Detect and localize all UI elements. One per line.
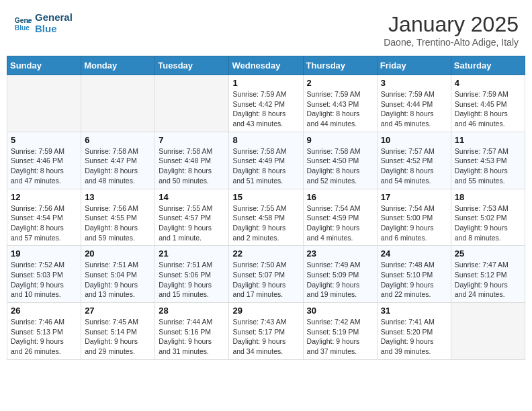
- week-row-5: 26Sunrise: 7:46 AM Sunset: 5:13 PM Dayli…: [7, 303, 525, 360]
- calendar-cell: 10Sunrise: 7:57 AM Sunset: 4:52 PM Dayli…: [377, 132, 451, 189]
- day-info: Sunrise: 7:45 AM Sunset: 5:14 PM Dayligh…: [85, 317, 151, 357]
- calendar-cell: [7, 75, 81, 132]
- day-info: Sunrise: 7:49 AM Sunset: 5:09 PM Dayligh…: [307, 260, 373, 300]
- day-number: 2: [307, 78, 373, 88]
- day-info: Sunrise: 7:57 AM Sunset: 4:52 PM Dayligh…: [381, 146, 447, 186]
- day-info: Sunrise: 7:59 AM Sunset: 4:43 PM Dayligh…: [307, 89, 373, 129]
- calendar-cell: 23Sunrise: 7:49 AM Sunset: 5:09 PM Dayli…: [303, 246, 377, 303]
- calendar-cell: 26Sunrise: 7:46 AM Sunset: 5:13 PM Dayli…: [7, 303, 81, 360]
- calendar-cell: 9Sunrise: 7:58 AM Sunset: 4:50 PM Daylig…: [303, 132, 377, 189]
- week-row-2: 5Sunrise: 7:59 AM Sunset: 4:46 PM Daylig…: [7, 132, 525, 189]
- calendar-cell: 3Sunrise: 7:59 AM Sunset: 4:44 PM Daylig…: [377, 75, 451, 132]
- calendar-cell: 11Sunrise: 7:57 AM Sunset: 4:53 PM Dayli…: [451, 132, 525, 189]
- day-number: 11: [455, 135, 521, 145]
- calendar-cell: 31Sunrise: 7:41 AM Sunset: 5:20 PM Dayli…: [377, 303, 451, 360]
- calendar-cell: 6Sunrise: 7:58 AM Sunset: 4:47 PM Daylig…: [81, 132, 155, 189]
- day-info: Sunrise: 7:42 AM Sunset: 5:19 PM Dayligh…: [307, 317, 373, 357]
- day-info: Sunrise: 7:52 AM Sunset: 5:03 PM Dayligh…: [11, 260, 77, 300]
- day-number: 13: [85, 192, 151, 202]
- day-number: 1: [232, 78, 299, 88]
- day-info: Sunrise: 7:54 AM Sunset: 4:59 PM Dayligh…: [307, 203, 373, 243]
- day-number: 16: [307, 192, 373, 202]
- calendar-cell: 20Sunrise: 7:51 AM Sunset: 5:04 PM Dayli…: [81, 246, 155, 303]
- day-number: 10: [381, 135, 447, 145]
- day-number: 12: [11, 192, 77, 202]
- day-number: 28: [159, 306, 225, 316]
- calendar-cell: 24Sunrise: 7:48 AM Sunset: 5:10 PM Dayli…: [377, 246, 451, 303]
- calendar-cell: 17Sunrise: 7:54 AM Sunset: 5:00 PM Dayli…: [377, 189, 451, 246]
- weekday-header-wednesday: Wednesday: [229, 56, 303, 75]
- weekday-header-sunday: Sunday: [7, 56, 81, 75]
- day-number: 4: [455, 78, 521, 88]
- calendar-cell: 8Sunrise: 7:58 AM Sunset: 4:49 PM Daylig…: [229, 132, 303, 189]
- logo-text: GeneralBlue: [35, 12, 73, 34]
- logo-icon: General Blue: [13, 14, 32, 33]
- day-number: 26: [11, 306, 77, 316]
- day-number: 14: [159, 192, 225, 202]
- day-info: Sunrise: 7:43 AM Sunset: 5:17 PM Dayligh…: [232, 317, 299, 357]
- day-info: Sunrise: 7:48 AM Sunset: 5:10 PM Dayligh…: [381, 260, 447, 300]
- location-subtitle: Daone, Trentino-Alto Adige, Italy: [384, 37, 519, 48]
- weekday-header-tuesday: Tuesday: [155, 56, 229, 75]
- day-info: Sunrise: 7:53 AM Sunset: 5:02 PM Dayligh…: [455, 203, 521, 243]
- calendar-cell: [451, 303, 525, 360]
- day-info: Sunrise: 7:56 AM Sunset: 4:54 PM Dayligh…: [11, 203, 77, 243]
- day-number: 6: [85, 135, 151, 145]
- week-row-3: 12Sunrise: 7:56 AM Sunset: 4:54 PM Dayli…: [7, 189, 525, 246]
- week-row-4: 19Sunrise: 7:52 AM Sunset: 5:03 PM Dayli…: [7, 246, 525, 303]
- calendar-cell: 5Sunrise: 7:59 AM Sunset: 4:46 PM Daylig…: [7, 132, 81, 189]
- calendar-cell: 18Sunrise: 7:53 AM Sunset: 5:02 PM Dayli…: [451, 189, 525, 246]
- day-info: Sunrise: 7:59 AM Sunset: 4:44 PM Dayligh…: [381, 89, 447, 129]
- day-number: 22: [232, 248, 299, 259]
- day-number: 18: [455, 192, 521, 202]
- day-number: 20: [85, 248, 151, 259]
- day-info: Sunrise: 7:51 AM Sunset: 5:04 PM Dayligh…: [85, 260, 151, 300]
- calendar-cell: 16Sunrise: 7:54 AM Sunset: 4:59 PM Dayli…: [303, 189, 377, 246]
- calendar-cell: 30Sunrise: 7:42 AM Sunset: 5:19 PM Dayli…: [303, 303, 377, 360]
- logo: General Blue GeneralBlue: [13, 12, 73, 34]
- day-number: 5: [11, 135, 77, 145]
- day-info: Sunrise: 7:55 AM Sunset: 4:57 PM Dayligh…: [159, 203, 225, 243]
- day-number: 23: [307, 248, 373, 259]
- page-header: General Blue GeneralBlue January 2025 Da…: [7, 7, 525, 56]
- month-title: January 2025: [384, 12, 519, 37]
- day-number: 21: [159, 248, 225, 259]
- svg-text:Blue: Blue: [15, 24, 30, 32]
- day-number: 31: [381, 306, 447, 316]
- day-info: Sunrise: 7:58 AM Sunset: 4:48 PM Dayligh…: [159, 146, 225, 186]
- day-info: Sunrise: 7:59 AM Sunset: 4:45 PM Dayligh…: [455, 89, 521, 129]
- calendar-cell: 14Sunrise: 7:55 AM Sunset: 4:57 PM Dayli…: [155, 189, 229, 246]
- day-number: 27: [85, 306, 151, 316]
- weekday-header-saturday: Saturday: [451, 56, 525, 75]
- weekday-header-row: SundayMondayTuesdayWednesdayThursdayFrid…: [7, 56, 525, 75]
- day-number: 8: [232, 135, 299, 145]
- day-info: Sunrise: 7:44 AM Sunset: 5:16 PM Dayligh…: [159, 317, 225, 357]
- calendar-cell: 25Sunrise: 7:47 AM Sunset: 5:12 PM Dayli…: [451, 246, 525, 303]
- day-number: 7: [159, 135, 225, 145]
- day-number: 25: [455, 248, 521, 259]
- day-info: Sunrise: 7:51 AM Sunset: 5:06 PM Dayligh…: [159, 260, 225, 300]
- calendar-cell: 22Sunrise: 7:50 AM Sunset: 5:07 PM Dayli…: [229, 246, 303, 303]
- weekday-header-monday: Monday: [81, 56, 155, 75]
- day-info: Sunrise: 7:56 AM Sunset: 4:55 PM Dayligh…: [85, 203, 151, 243]
- calendar-cell: 12Sunrise: 7:56 AM Sunset: 4:54 PM Dayli…: [7, 189, 81, 246]
- day-info: Sunrise: 7:46 AM Sunset: 5:13 PM Dayligh…: [11, 317, 77, 357]
- weekday-header-thursday: Thursday: [303, 56, 377, 75]
- day-info: Sunrise: 7:41 AM Sunset: 5:20 PM Dayligh…: [381, 317, 447, 357]
- day-info: Sunrise: 7:47 AM Sunset: 5:12 PM Dayligh…: [455, 260, 521, 300]
- day-number: 3: [381, 78, 447, 88]
- calendar-cell: 7Sunrise: 7:58 AM Sunset: 4:48 PM Daylig…: [155, 132, 229, 189]
- calendar-cell: [81, 75, 155, 132]
- calendar-cell: 27Sunrise: 7:45 AM Sunset: 5:14 PM Dayli…: [81, 303, 155, 360]
- calendar-table: SundayMondayTuesdayWednesdayThursdayFrid…: [7, 56, 525, 360]
- calendar-cell: 1Sunrise: 7:59 AM Sunset: 4:42 PM Daylig…: [229, 75, 303, 132]
- day-number: 29: [232, 306, 299, 316]
- title-block: January 2025 Daone, Trentino-Alto Adige,…: [384, 12, 519, 48]
- day-number: 30: [307, 306, 373, 316]
- calendar-cell: 15Sunrise: 7:55 AM Sunset: 4:58 PM Dayli…: [229, 189, 303, 246]
- calendar-cell: 28Sunrise: 7:44 AM Sunset: 5:16 PM Dayli…: [155, 303, 229, 360]
- day-number: 24: [381, 248, 447, 259]
- day-info: Sunrise: 7:57 AM Sunset: 4:53 PM Dayligh…: [455, 146, 521, 186]
- day-info: Sunrise: 7:50 AM Sunset: 5:07 PM Dayligh…: [232, 260, 299, 300]
- day-number: 9: [307, 135, 373, 145]
